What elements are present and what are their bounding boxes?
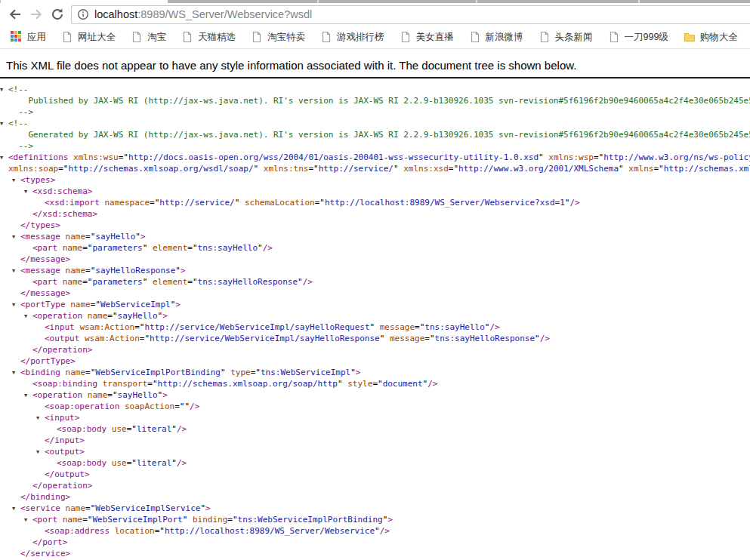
bookmark-item[interactable]: 美女直播 bbox=[392, 31, 461, 44]
xml-attribute-value: tns:sayHello bbox=[424, 322, 484, 332]
xml-line: ▼<port name="WebServiceImplPort" binding… bbox=[0, 514, 750, 525]
xml-line: </xsd:schema> bbox=[0, 208, 750, 220]
xml-tag: <xsd:import bbox=[45, 198, 100, 208]
xml-attribute-value: sayHello bbox=[118, 390, 158, 400]
xml-comment: <!-- bbox=[8, 118, 29, 128]
address-bar[interactable]: localhost:8989/WS_Server/Webservice?wsdl bbox=[71, 5, 750, 24]
xml-line: </message> bbox=[0, 288, 750, 299]
xml-tag: /> bbox=[380, 526, 390, 536]
xml-punctuation: =" bbox=[140, 334, 150, 343]
xml-tag: > bbox=[175, 300, 181, 309]
xml-punctuation: " bbox=[175, 266, 181, 275]
page-icon bbox=[181, 31, 193, 43]
xml-line: <soap:address location="http://localhost… bbox=[0, 525, 750, 537]
xml-tag: <soap:operation bbox=[45, 402, 119, 411]
bookmark-item[interactable]: 网址大全 bbox=[54, 31, 123, 44]
collapse-arrow-icon[interactable]: ▼ bbox=[36, 413, 45, 423]
xml-attribute-value: literal bbox=[137, 424, 171, 434]
xml-punctuation: =" bbox=[91, 300, 100, 309]
xml-style-notice: This XML file does not appear to have an… bbox=[0, 49, 750, 77]
xml-attribute-value: http://service/WebServiceImpl/sayHelloRe… bbox=[144, 322, 369, 332]
collapse-arrow-icon[interactable]: ▼ bbox=[0, 118, 8, 129]
xml-line: </operation> bbox=[0, 344, 750, 355]
url-text[interactable]: localhost:8989/WS_Server/Webservice?wsdl bbox=[94, 8, 312, 20]
xml-tag: </message> bbox=[20, 288, 70, 298]
collapse-arrow-icon[interactable]: ▼ bbox=[36, 447, 45, 457]
collapse-arrow-icon[interactable]: ▼ bbox=[24, 186, 32, 197]
xml-punctuation bbox=[106, 424, 112, 434]
xml-punctuation: =" bbox=[315, 198, 325, 208]
xml-punctuation: " bbox=[338, 379, 347, 389]
bookmark-item[interactable]: 应用 bbox=[3, 31, 54, 44]
forward-arrow-icon bbox=[29, 8, 43, 21]
collapse-arrow-icon[interactable]: ▼ bbox=[24, 390, 32, 401]
bookmark-item[interactable]: 新浪微博 bbox=[461, 31, 531, 44]
background-tabs[interactable] bbox=[168, 0, 750, 3]
xml-punctuation: =" bbox=[127, 458, 137, 468]
xml-punctuation: =" bbox=[107, 311, 117, 321]
xml-punctuation bbox=[110, 526, 115, 536]
collapse-arrow-icon[interactable]: ▼ bbox=[12, 175, 20, 186]
xml-attribute-name: location bbox=[115, 526, 155, 536]
reload-icon bbox=[51, 8, 64, 21]
xml-punctuation bbox=[119, 402, 125, 411]
page-info-icon[interactable] bbox=[77, 8, 89, 20]
xml-tag: <soap:body bbox=[57, 424, 106, 434]
bookmark-item[interactable]: 淘宝特卖 bbox=[243, 31, 313, 44]
collapse-arrow-icon[interactable]: ▼ bbox=[0, 152, 8, 163]
bookmark-item[interactable]: 购物大全 bbox=[676, 31, 745, 44]
reload-button[interactable] bbox=[47, 4, 68, 25]
xml-line: xmlns:soap="http://schemas.xmlsoap.org/w… bbox=[0, 163, 750, 174]
collapse-arrow-icon[interactable]: ▼ bbox=[24, 311, 32, 322]
xml-line: ▼<message name="sayHelloResponse"> bbox=[0, 265, 750, 276]
bookmark-item[interactable]: 游戏排行榜 bbox=[313, 31, 392, 44]
collapse-arrow-icon[interactable]: ▼ bbox=[0, 85, 8, 95]
xml-tag: </input> bbox=[45, 435, 85, 445]
xml-attribute-name: use bbox=[112, 424, 127, 434]
xml-attribute-value: tns:WebServiceImplPortBinding bbox=[238, 515, 383, 525]
xml-tag: </port> bbox=[32, 537, 67, 547]
back-button[interactable] bbox=[5, 4, 26, 25]
xml-punctuation bbox=[60, 368, 66, 377]
back-arrow-icon bbox=[8, 8, 22, 21]
xml-attribute-value: tns:sayHello bbox=[198, 243, 258, 253]
collapse-arrow-icon[interactable]: ▼ bbox=[12, 368, 20, 378]
bookmark-item[interactable]: 主页 bbox=[745, 31, 750, 44]
collapse-arrow-icon[interactable]: ▼ bbox=[12, 266, 20, 276]
bookmark-item[interactable]: 一刀999级 bbox=[600, 31, 676, 44]
xml-punctuation bbox=[57, 243, 63, 253]
xml-attribute-name: wsam:Action bbox=[79, 322, 134, 332]
bookmark-item[interactable]: 头条新闻 bbox=[531, 31, 600, 44]
bookmark-item[interactable]: 天猫精选 bbox=[174, 31, 243, 44]
xml-line: </types> bbox=[0, 220, 750, 231]
xml-tag: /> bbox=[177, 424, 187, 434]
xml-punctuation: =" bbox=[134, 322, 144, 332]
xml-punctuation: " bbox=[143, 243, 153, 253]
collapse-arrow-icon[interactable]: ▼ bbox=[12, 300, 20, 310]
collapse-arrow-icon[interactable]: ▼ bbox=[24, 515, 32, 525]
collapse-arrow-icon[interactable]: ▼ bbox=[12, 503, 20, 514]
xml-attribute-value: tns:WebServiceImpl bbox=[261, 368, 350, 377]
xml-attribute-value: tns:sayHelloResponse bbox=[435, 334, 535, 343]
bookmarks-bar: 应用网址大全淘宝天猫精选淘宝特卖游戏排行榜美女直播新浪微博头条新闻一刀999级购… bbox=[0, 26, 750, 49]
xml-tag: /> bbox=[540, 334, 550, 343]
xml-attribute-name: xmlns:tns bbox=[264, 164, 309, 174]
xml-attribute-name: name bbox=[63, 515, 83, 525]
xml-punctuation: =" bbox=[58, 164, 68, 174]
page-icon bbox=[539, 31, 551, 43]
xml-tag: </operation> bbox=[32, 345, 92, 355]
xml-punctuation: " bbox=[539, 152, 548, 162]
bookmark-label: 头条新闻 bbox=[555, 31, 593, 44]
xml-punctuation: =" bbox=[308, 164, 318, 174]
xml-punctuation: =" bbox=[85, 232, 95, 242]
xml-tag: </service> bbox=[20, 549, 70, 558]
xml-punctuation: =" bbox=[251, 368, 261, 377]
xml-line: </operation> bbox=[0, 480, 750, 491]
forward-button[interactable] bbox=[26, 4, 47, 25]
xml-line: ▼<message name="sayHello"> bbox=[0, 231, 750, 242]
collapse-arrow-icon[interactable]: ▼ bbox=[12, 232, 20, 242]
xml-line: <part name="parameters" element="tns:say… bbox=[0, 242, 750, 254]
xml-punctuation: =" bbox=[82, 243, 92, 253]
xml-attribute-value: document bbox=[383, 379, 423, 389]
bookmark-item[interactable]: 淘宝 bbox=[123, 31, 174, 44]
